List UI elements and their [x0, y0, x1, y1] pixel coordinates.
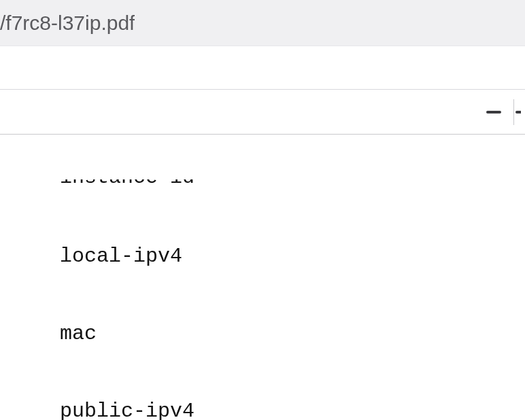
toolbar-divider: [513, 99, 514, 125]
partial-line-top: instance-id: [60, 179, 525, 192]
address-toolbar-area: [0, 46, 525, 90]
minus-icon: [486, 111, 501, 113]
code-line: local-ipv4: [60, 243, 525, 269]
pdf-content: instance-id local-ipv4 mac public-ipv4 u…: [0, 128, 525, 420]
tab-title: /f7rc8-l37ip.pdf: [0, 12, 135, 35]
code-line: mac: [60, 321, 525, 347]
plus-icon: [515, 105, 521, 120]
code-line: public-ipv4: [60, 398, 525, 420]
tab-bar: /f7rc8-l37ip.pdf: [0, 0, 525, 46]
